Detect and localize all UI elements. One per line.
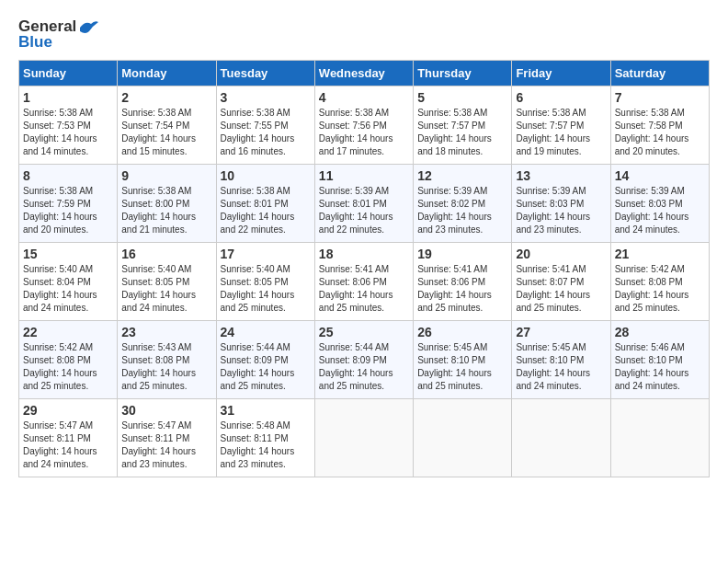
calendar-week-row: 8Sunrise: 5:38 AM Sunset: 7:59 PM Daylig… (19, 165, 710, 243)
day-number: 15 (23, 247, 113, 261)
calendar-day-cell: 17Sunrise: 5:40 AM Sunset: 8:05 PM Dayli… (216, 243, 314, 321)
calendar-weekday-header: Thursday (414, 61, 512, 86)
calendar-weekday-header: Monday (118, 61, 216, 86)
calendar-weekday-header: Sunday (19, 61, 118, 86)
day-info: Sunrise: 5:48 AM Sunset: 8:11 PM Dayligh… (221, 419, 311, 471)
calendar-day-cell: 15Sunrise: 5:40 AM Sunset: 8:04 PM Dayli… (19, 243, 118, 321)
calendar-week-row: 29Sunrise: 5:47 AM Sunset: 8:11 PM Dayli… (19, 399, 710, 477)
day-number: 30 (121, 403, 211, 418)
day-number: 18 (319, 247, 409, 261)
calendar-day-cell: 12Sunrise: 5:39 AM Sunset: 8:02 PM Dayli… (414, 165, 512, 243)
day-number: 11 (319, 168, 409, 183)
day-number: 10 (221, 168, 311, 183)
day-number: 1 (23, 90, 113, 105)
page-header: General Blue (18, 18, 710, 51)
calendar-day-cell: 11Sunrise: 5:39 AM Sunset: 8:01 PM Dayli… (314, 165, 413, 243)
day-number: 13 (516, 168, 606, 183)
calendar-week-row: 15Sunrise: 5:40 AM Sunset: 8:04 PM Dayli… (19, 243, 710, 321)
day-info: Sunrise: 5:47 AM Sunset: 8:11 PM Dayligh… (121, 419, 211, 471)
day-number: 12 (417, 168, 507, 183)
calendar-day-cell (414, 399, 512, 477)
logo-text-blue: Blue (18, 34, 52, 52)
calendar-day-cell: 25Sunrise: 5:44 AM Sunset: 8:09 PM Dayli… (314, 321, 413, 399)
day-info: Sunrise: 5:44 AM Sunset: 8:09 PM Dayligh… (319, 341, 409, 393)
day-number: 25 (319, 325, 409, 339)
calendar-day-cell: 18Sunrise: 5:41 AM Sunset: 8:06 PM Dayli… (314, 243, 413, 321)
day-number: 5 (417, 90, 507, 105)
day-number: 21 (615, 247, 705, 261)
day-info: Sunrise: 5:42 AM Sunset: 8:08 PM Dayligh… (615, 263, 705, 315)
day-info: Sunrise: 5:38 AM Sunset: 8:00 PM Dayligh… (121, 185, 211, 236)
calendar-week-row: 1Sunrise: 5:38 AM Sunset: 7:53 PM Daylig… (19, 86, 710, 165)
day-info: Sunrise: 5:40 AM Sunset: 8:04 PM Dayligh… (23, 263, 113, 315)
day-number: 4 (319, 90, 409, 105)
calendar-day-cell: 19Sunrise: 5:41 AM Sunset: 8:06 PM Dayli… (414, 243, 512, 321)
calendar-day-cell: 21Sunrise: 5:42 AM Sunset: 8:08 PM Dayli… (610, 243, 709, 321)
day-number: 16 (121, 247, 211, 261)
day-number: 2 (121, 90, 211, 105)
day-number: 23 (121, 325, 211, 339)
calendar-weekday-header: Saturday (610, 61, 709, 86)
calendar-body: 1Sunrise: 5:38 AM Sunset: 7:53 PM Daylig… (19, 86, 710, 477)
day-info: Sunrise: 5:39 AM Sunset: 8:02 PM Dayligh… (417, 185, 507, 236)
calendar-day-cell: 4Sunrise: 5:38 AM Sunset: 7:56 PM Daylig… (314, 86, 413, 165)
day-info: Sunrise: 5:39 AM Sunset: 8:01 PM Dayligh… (319, 185, 409, 236)
day-info: Sunrise: 5:38 AM Sunset: 7:56 PM Dayligh… (319, 107, 409, 158)
day-info: Sunrise: 5:38 AM Sunset: 7:58 PM Dayligh… (615, 107, 705, 158)
day-number: 19 (417, 247, 507, 261)
day-number: 3 (221, 90, 311, 105)
day-info: Sunrise: 5:38 AM Sunset: 7:57 PM Dayligh… (516, 107, 606, 158)
day-number: 31 (221, 403, 311, 418)
day-info: Sunrise: 5:46 AM Sunset: 8:10 PM Dayligh… (615, 341, 705, 393)
calendar-day-cell: 5Sunrise: 5:38 AM Sunset: 7:57 PM Daylig… (414, 86, 512, 165)
calendar-weekday-header: Tuesday (216, 61, 314, 86)
day-info: Sunrise: 5:45 AM Sunset: 8:10 PM Dayligh… (417, 341, 507, 393)
calendar-week-row: 22Sunrise: 5:42 AM Sunset: 8:08 PM Dayli… (19, 321, 710, 399)
day-info: Sunrise: 5:40 AM Sunset: 8:05 PM Dayligh… (221, 263, 311, 315)
day-number: 9 (121, 168, 211, 183)
calendar-day-cell: 10Sunrise: 5:38 AM Sunset: 8:01 PM Dayli… (216, 165, 314, 243)
calendar-day-cell: 3Sunrise: 5:38 AM Sunset: 7:55 PM Daylig… (216, 86, 314, 165)
calendar-day-cell: 24Sunrise: 5:44 AM Sunset: 8:09 PM Dayli… (216, 321, 314, 399)
day-number: 28 (615, 325, 705, 339)
calendar-day-cell: 26Sunrise: 5:45 AM Sunset: 8:10 PM Dayli… (414, 321, 512, 399)
day-number: 8 (23, 168, 113, 183)
calendar-day-cell: 8Sunrise: 5:38 AM Sunset: 7:59 PM Daylig… (19, 165, 118, 243)
calendar-day-cell: 1Sunrise: 5:38 AM Sunset: 7:53 PM Daylig… (19, 86, 118, 165)
calendar-day-cell: 27Sunrise: 5:45 AM Sunset: 8:10 PM Dayli… (512, 321, 610, 399)
day-number: 24 (221, 325, 311, 339)
day-info: Sunrise: 5:40 AM Sunset: 8:05 PM Dayligh… (121, 263, 211, 315)
day-number: 26 (417, 325, 507, 339)
logo-container: General Blue (18, 18, 98, 51)
day-info: Sunrise: 5:41 AM Sunset: 8:06 PM Dayligh… (417, 263, 507, 315)
day-number: 29 (23, 403, 113, 418)
day-info: Sunrise: 5:47 AM Sunset: 8:11 PM Dayligh… (23, 419, 113, 471)
calendar-day-cell: 16Sunrise: 5:40 AM Sunset: 8:05 PM Dayli… (118, 243, 216, 321)
calendar-day-cell: 29Sunrise: 5:47 AM Sunset: 8:11 PM Dayli… (19, 399, 118, 477)
logo-bird-icon (78, 18, 98, 35)
day-number: 14 (615, 168, 705, 183)
calendar-day-cell: 23Sunrise: 5:43 AM Sunset: 8:08 PM Dayli… (118, 321, 216, 399)
calendar-header-row: SundayMondayTuesdayWednesdayThursdayFrid… (19, 61, 710, 86)
calendar-day-cell: 2Sunrise: 5:38 AM Sunset: 7:54 PM Daylig… (118, 86, 216, 165)
day-info: Sunrise: 5:38 AM Sunset: 7:54 PM Dayligh… (121, 107, 211, 158)
calendar-day-cell: 20Sunrise: 5:41 AM Sunset: 8:07 PM Dayli… (512, 243, 610, 321)
day-info: Sunrise: 5:38 AM Sunset: 8:01 PM Dayligh… (221, 185, 311, 236)
calendar-table: SundayMondayTuesdayWednesdayThursdayFrid… (18, 60, 710, 477)
calendar-day-cell: 9Sunrise: 5:38 AM Sunset: 8:00 PM Daylig… (118, 165, 216, 243)
day-info: Sunrise: 5:45 AM Sunset: 8:10 PM Dayligh… (516, 341, 606, 393)
day-info: Sunrise: 5:38 AM Sunset: 7:57 PM Dayligh… (417, 107, 507, 158)
calendar-day-cell: 28Sunrise: 5:46 AM Sunset: 8:10 PM Dayli… (610, 321, 709, 399)
calendar-day-cell: 6Sunrise: 5:38 AM Sunset: 7:57 PM Daylig… (512, 86, 610, 165)
day-number: 22 (23, 325, 113, 339)
day-info: Sunrise: 5:38 AM Sunset: 7:53 PM Dayligh… (23, 107, 113, 158)
day-info: Sunrise: 5:44 AM Sunset: 8:09 PM Dayligh… (221, 341, 311, 393)
calendar-day-cell (314, 399, 413, 477)
calendar-day-cell (512, 399, 610, 477)
calendar-day-cell: 13Sunrise: 5:39 AM Sunset: 8:03 PM Dayli… (512, 165, 610, 243)
calendar-day-cell: 30Sunrise: 5:47 AM Sunset: 8:11 PM Dayli… (118, 399, 216, 477)
logo: General Blue (18, 18, 98, 51)
day-number: 6 (516, 90, 606, 105)
day-info: Sunrise: 5:39 AM Sunset: 8:03 PM Dayligh… (615, 185, 705, 236)
day-info: Sunrise: 5:38 AM Sunset: 7:55 PM Dayligh… (221, 107, 311, 158)
